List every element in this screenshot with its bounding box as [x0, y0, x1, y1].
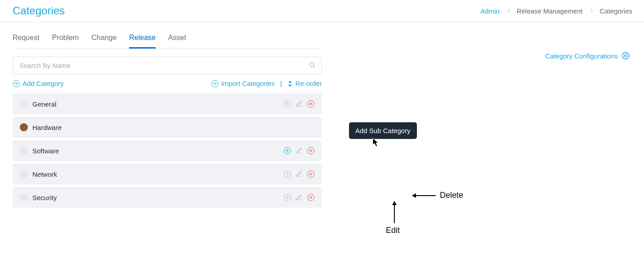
category-name: Software — [32, 147, 283, 155]
chevron-right-icon — [589, 9, 593, 13]
x-circle-icon — [307, 100, 314, 107]
x-circle-icon — [307, 147, 314, 154]
add-subcategory-button[interactable] — [283, 170, 291, 178]
tab-change[interactable]: Change — [91, 30, 116, 48]
color-dot — [20, 170, 28, 178]
svg-point-2 — [625, 55, 627, 57]
add-subcategory-button[interactable] — [283, 100, 291, 108]
x-circle-icon — [307, 170, 314, 178]
tabs: Request Problem Change Release Asset — [13, 30, 322, 49]
plus-circle-icon — [284, 100, 291, 107]
breadcrumb-categories: Categories — [599, 7, 632, 15]
delete-button[interactable] — [307, 170, 315, 178]
import-categories-label: Import Categories — [221, 80, 275, 87]
category-configurations-label: Category Configurations — [545, 52, 618, 60]
plus-circle-icon — [284, 170, 291, 178]
tab-problem[interactable]: Problem — [52, 30, 79, 48]
color-dot — [20, 147, 28, 155]
cursor-icon — [372, 138, 380, 147]
delete-button[interactable] — [307, 193, 315, 201]
breadcrumb-admin[interactable]: Admin — [480, 7, 500, 15]
annotation-edit-label: Edit — [386, 226, 400, 235]
breadcrumb-release-management[interactable]: Release Management — [517, 7, 583, 15]
gear-icon — [622, 52, 630, 60]
reorder-button[interactable]: Re-order — [287, 80, 322, 87]
category-row[interactable]: Security — [13, 187, 322, 208]
edit-button[interactable] — [295, 147, 303, 155]
plus-circle-icon — [284, 147, 291, 154]
add-subcategory-button[interactable] — [283, 147, 291, 155]
svg-point-0 — [310, 62, 314, 66]
category-list: General Hardware Software — [13, 94, 322, 208]
plus-circle-icon — [13, 80, 20, 87]
edit-button[interactable] — [295, 100, 303, 108]
import-categories-button[interactable]: Import Categories — [211, 80, 275, 87]
x-circle-icon — [307, 194, 314, 201]
category-name: General — [32, 100, 283, 108]
edit-button[interactable] — [295, 170, 303, 178]
reorder-icon — [287, 80, 293, 87]
add-category-button[interactable]: Add Category — [13, 80, 64, 87]
plus-circle-icon — [211, 80, 219, 87]
color-dot — [20, 100, 28, 108]
category-name: Network — [32, 170, 283, 178]
category-configurations-link[interactable]: Category Configurations — [545, 52, 630, 60]
annotation-delete-label: Delete — [440, 191, 463, 200]
tooltip-add-sub-category: Add Sub Category — [349, 122, 417, 139]
category-name: Security — [32, 194, 283, 201]
search-input[interactable] — [13, 57, 322, 74]
tab-request[interactable]: Request — [13, 30, 40, 48]
annotation-arrow-edit — [394, 201, 395, 223]
reorder-label: Re-order — [295, 80, 322, 87]
add-category-label: Add Category — [22, 80, 64, 87]
color-dot — [20, 123, 28, 131]
category-name: Hardware — [32, 124, 315, 131]
delete-button[interactable] — [307, 147, 315, 155]
breadcrumb: Admin Release Management Categories — [478, 7, 635, 15]
category-row[interactable]: Network — [13, 164, 322, 184]
plus-circle-icon — [284, 194, 291, 201]
annotation-arrow-delete — [412, 195, 436, 196]
tab-release[interactable]: Release — [129, 30, 156, 48]
category-row[interactable]: General — [13, 94, 322, 114]
svg-line-1 — [313, 66, 315, 67]
tab-asset[interactable]: Asset — [168, 30, 186, 48]
color-dot — [20, 193, 28, 201]
chevron-right-icon — [506, 9, 510, 13]
add-subcategory-button[interactable] — [283, 193, 291, 201]
search-icon — [309, 61, 316, 70]
delete-button[interactable] — [307, 100, 315, 108]
page-title: Categories — [13, 4, 65, 17]
divider: | — [280, 80, 282, 87]
edit-button[interactable] — [295, 193, 303, 201]
category-row[interactable]: Software — [13, 140, 322, 161]
category-row[interactable]: Hardware — [13, 117, 322, 138]
